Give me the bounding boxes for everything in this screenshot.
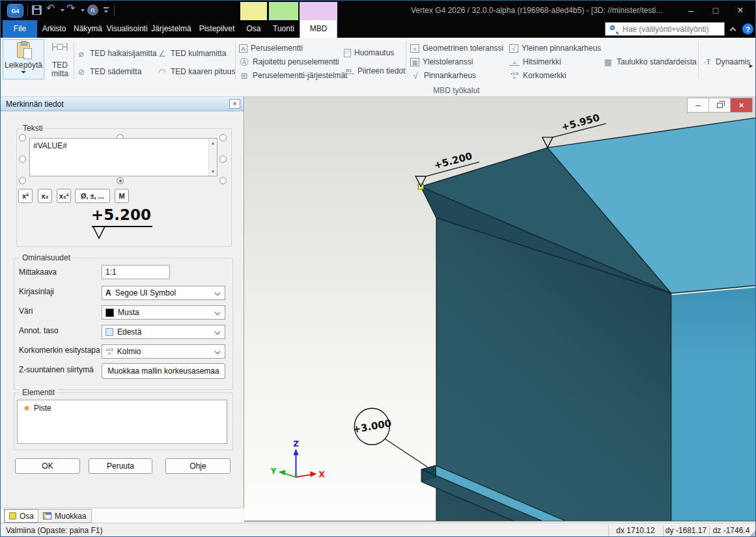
scale-input[interactable] bbox=[102, 265, 170, 279]
font-select[interactable]: A Segoe UI Symbol bbox=[102, 286, 225, 300]
tab-mbd[interactable]: MBD bbox=[300, 20, 337, 38]
model-faces[interactable] bbox=[421, 118, 756, 521]
text-anchor-radio-bottom-left[interactable] bbox=[19, 177, 26, 184]
ted-mitta-button[interactable]: TED mitta bbox=[48, 42, 72, 78]
ribbon-item-geometrinen-toleranssi[interactable]: ⌖ Geometrinen toleranssi bbox=[410, 42, 503, 54]
app-logo[interactable]: G4 bbox=[7, 4, 23, 18]
special-characters-button[interactable]: Ø, ±, ... bbox=[75, 189, 110, 203]
undo-dropdown-icon[interactable] bbox=[61, 9, 64, 12]
ribbon-item-taulukko-standardeista[interactable]: ▦ Taulukko standardeista bbox=[603, 56, 697, 68]
z-offset-label: Z-suuntainen siirtymä bbox=[19, 365, 94, 374]
help-icon[interactable]: ? bbox=[742, 23, 753, 34]
status-bar: Valmiina (Opaste: paina F1) dx 1710.12 d… bbox=[1, 523, 756, 537]
mdi-minimize-button[interactable]: – bbox=[688, 98, 709, 112]
tab-arkisto[interactable]: Arkisto bbox=[38, 20, 70, 38]
chevron-down-icon bbox=[21, 71, 26, 74]
r-button[interactable]: R bbox=[87, 5, 98, 16]
superscript-button[interactable]: x² bbox=[18, 189, 33, 203]
close-button[interactable]: × bbox=[728, 1, 753, 20]
model-text-button[interactable]: M bbox=[115, 189, 129, 203]
clipboard-button[interactable]: Leikepöytä bbox=[3, 39, 44, 79]
text-anchor-radio-bottom-right[interactable] bbox=[219, 177, 227, 184]
super-subscript-button[interactable]: x₂² bbox=[57, 189, 71, 203]
elements-listbox[interactable]: Piste bbox=[17, 400, 227, 444]
angle-icon: ∠ bbox=[157, 49, 167, 59]
ribbon-item-ted-kulmamitta[interactable]: ∠ TED kulmamitta bbox=[157, 48, 226, 59]
ribbon-item-pinnankarheus[interactable]: √ Pinnankarheus bbox=[410, 70, 476, 81]
ribbon-item-yleistoleranssi[interactable]: ▦ Yleistoleranssi bbox=[410, 56, 473, 68]
save-icon[interactable] bbox=[32, 5, 42, 15]
subscript-button[interactable]: x₂ bbox=[38, 189, 52, 203]
text-anchor-radio-middle-right[interactable] bbox=[219, 156, 227, 163]
ribbon-item-ted-sademitta[interactable]: ⊘ TED sädemitta bbox=[76, 66, 141, 77]
document-tab-osa[interactable]: Osa bbox=[4, 509, 39, 523]
elevation-mark-icon: +1.0▿ bbox=[105, 348, 113, 356]
edit-model-elevation-button[interactable]: Muokkaa mallin korkeusasemaa bbox=[102, 363, 225, 379]
ribbon-item-peruselementti[interactable]: A Peruselementti bbox=[239, 42, 303, 54]
note-icon bbox=[344, 49, 351, 57]
restricted-datum-icon: Ⓐ bbox=[239, 57, 249, 67]
point-icon bbox=[25, 406, 29, 410]
search-box[interactable] bbox=[605, 22, 725, 36]
annotation-plane-select[interactable]: Edestä bbox=[102, 325, 225, 339]
tab-jarjestelma[interactable]: Järjestelmä bbox=[149, 20, 193, 38]
tab-file[interactable]: File bbox=[3, 20, 37, 38]
document-tab-muokkaa[interactable]: Muokkaa bbox=[38, 509, 92, 523]
resize-grip[interactable] bbox=[749, 530, 756, 537]
text-anchor-radio-middle-left[interactable] bbox=[19, 156, 26, 163]
dynamic-text-icon: ▫T bbox=[702, 57, 712, 67]
application-window: G4 ↶ ↷ R Vertex G4 2026 / 32.0.0-alpha (… bbox=[0, 0, 756, 537]
cancel-button[interactable]: Peruuta bbox=[89, 458, 152, 474]
tab-visualisointi[interactable]: Visualisointi bbox=[106, 20, 148, 38]
scroll-up-icon[interactable]: ▲ bbox=[209, 141, 217, 145]
ribbon-item-ted-halkaisijamitta[interactable]: ⌀ TED halkaisijamitta bbox=[76, 48, 157, 59]
redo-icon[interactable]: ↷ bbox=[66, 2, 75, 14]
model-face-lower-wall[interactable] bbox=[671, 288, 756, 521]
3d-viewport[interactable]: +5.200 +5.950 +3.000 Z X Y bbox=[244, 97, 756, 521]
ribbon-item-rajoitettu-peruselementti[interactable]: Ⓐ Rajoitettu peruselementti bbox=[239, 56, 339, 68]
mdi-restore-button[interactable] bbox=[709, 98, 731, 112]
mdi-close-button[interactable]: × bbox=[731, 98, 752, 112]
ribbon-item-hitsimerkki[interactable]: ▵ Hitsimerkki bbox=[509, 56, 561, 68]
ribbon-item-ted-kaaren-pituus[interactable]: ◠ TED kaaren pituus bbox=[157, 66, 235, 77]
text-anchor-radio-top-right[interactable] bbox=[219, 134, 227, 141]
ribbon-item-piirteen-tiedot[interactable]: N1 Piirteen tiedot bbox=[344, 65, 405, 77]
ribbon-item-korkomerkki[interactable]: +1.0▿ Korkomerkki bbox=[509, 70, 567, 81]
maximize-button[interactable]: □ bbox=[703, 1, 728, 20]
ribbon-item-dynaaminen[interactable]: ▫T Dynaamis bbox=[702, 56, 751, 68]
help-button[interactable]: Ohje bbox=[165, 458, 231, 474]
annotation-preview-symbol bbox=[89, 225, 158, 241]
list-item[interactable]: Piste bbox=[18, 400, 227, 413]
annotation-text-input[interactable]: #VALUE# ▲ ▼ bbox=[29, 138, 217, 176]
ribbon-separator bbox=[235, 41, 236, 79]
redo-dropdown-icon[interactable] bbox=[81, 9, 85, 12]
tab-osa[interactable]: Osa bbox=[240, 20, 267, 38]
tab-highlight-mbd bbox=[300, 2, 337, 20]
svg-text:Z: Z bbox=[293, 439, 299, 448]
tab-nakyma[interactable]: Näkymä bbox=[71, 20, 105, 38]
dialog-close-button[interactable]: × bbox=[229, 99, 240, 109]
ribbon-item-huomautus[interactable]: Huomautus bbox=[344, 47, 394, 59]
search-input[interactable] bbox=[621, 23, 722, 35]
weld-symbol-icon: ▵ bbox=[509, 58, 520, 66]
elevation-mark-icon: +1.0▿ bbox=[509, 72, 520, 80]
scroll-down-icon[interactable]: ▼ bbox=[209, 169, 217, 174]
ok-button[interactable]: OK bbox=[15, 458, 80, 474]
elevation-style-select[interactable]: +1.0▿ Kolmio bbox=[102, 344, 225, 359]
ribbon-item-yleinen-pinnankarheus[interactable]: √ Yleinen pinnankarheus bbox=[509, 42, 601, 54]
customize-toolbar-icon[interactable] bbox=[104, 7, 109, 8]
tab-pistepilvet[interactable]: Pistepilvet bbox=[195, 20, 239, 38]
color-select[interactable]: Musta bbox=[102, 305, 225, 320]
ribbon-overflow-arrow[interactable]: ► bbox=[748, 62, 754, 69]
minimize-button[interactable]: – bbox=[679, 1, 703, 20]
divider bbox=[114, 5, 115, 16]
textarea-scrollbar[interactable]: ▲ ▼ bbox=[208, 139, 217, 176]
text-anchor-radio-top-left[interactable] bbox=[19, 134, 26, 141]
tab-tuonti[interactable]: Tuonti bbox=[269, 20, 298, 38]
ribbon-separator bbox=[406, 41, 406, 79]
diameter-icon: ⌀ bbox=[76, 49, 87, 59]
text-anchor-radio-bottom-center[interactable] bbox=[117, 177, 124, 184]
datum-system-icon: ⊞ bbox=[239, 71, 249, 81]
undo-icon[interactable]: ↶ bbox=[46, 2, 55, 14]
ribbon-item-peruselementti-jarjestelmat[interactable]: ⊞ Peruselementti-järjestelmät bbox=[239, 70, 347, 81]
